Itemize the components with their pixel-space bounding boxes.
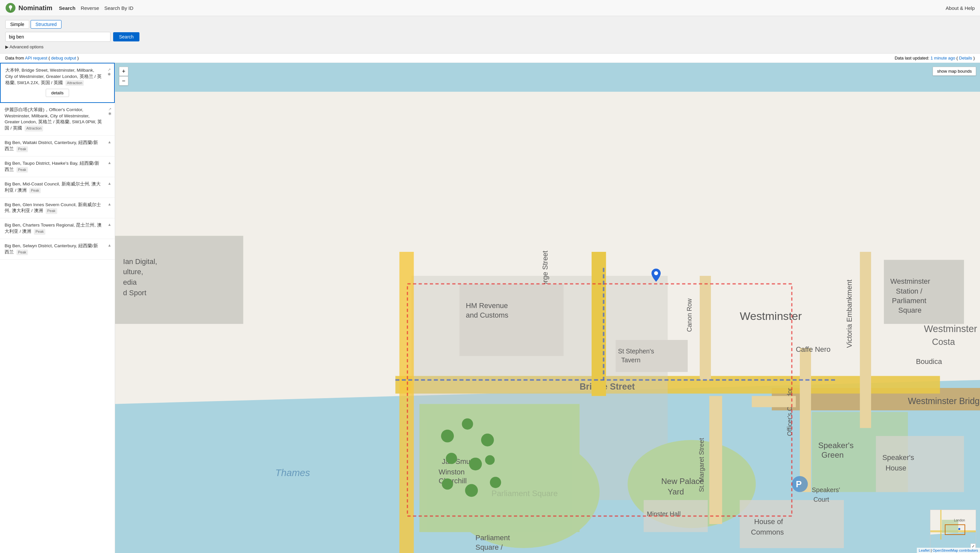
about-help-link[interactable]: About & Help xyxy=(946,5,975,11)
svg-text:St. Margaret Street: St. Margaret Street xyxy=(698,438,705,492)
svg-text:Ian Digital,: Ian Digital, xyxy=(123,257,157,265)
svg-text:Caffe Nero: Caffe Nero xyxy=(796,345,831,353)
svg-point-75 xyxy=(481,434,494,447)
svg-text:Westminster: Westminster xyxy=(890,277,930,285)
map-controls: + − xyxy=(119,67,128,86)
result-badge-6: Peak xyxy=(46,208,57,214)
page-wrapper: Nominatim Search Reverse Search By ID Ab… xyxy=(0,0,980,553)
svg-text:Westminster: Westminster xyxy=(924,324,977,334)
info-bar-details-paren-open: ( xyxy=(956,56,958,60)
svg-rect-44 xyxy=(460,284,564,356)
map-container[interactable]: Westminster Bridge Bridge Street xyxy=(115,63,980,553)
search-button[interactable]: Search xyxy=(113,32,140,41)
location-pin-icon xyxy=(651,269,661,282)
svg-point-93 xyxy=(958,528,960,530)
result-icon-7: ▲ xyxy=(108,222,111,227)
content-main: ↗✱ 大本钟, Bridge Street, Westminster, Mill… xyxy=(0,63,980,553)
result-badge-4: Peak xyxy=(16,167,28,173)
svg-point-76 xyxy=(446,453,457,464)
result-icon-4: ▲ xyxy=(108,160,111,165)
show-map-bounds-button[interactable]: show map bounds xyxy=(933,67,976,76)
api-request-link[interactable]: API request xyxy=(25,56,47,60)
result-badge-2: Attraction xyxy=(25,126,43,131)
svg-text:and Customs: and Customs xyxy=(466,311,508,319)
result-text-7: Big Ben, Charters Towers Regional, 昆士兰州,… xyxy=(5,222,110,235)
svg-point-74 xyxy=(462,418,473,430)
svg-text:Parliament: Parliament xyxy=(476,534,510,542)
mini-map[interactable]: London ⤢ xyxy=(930,510,976,549)
svg-text:Costa: Costa xyxy=(932,337,955,347)
tab-simple[interactable]: Simple xyxy=(5,20,29,29)
osm-link[interactable]: OpenStreetMap contributors xyxy=(933,548,978,552)
details-button-1[interactable]: details xyxy=(46,89,69,97)
svg-rect-27 xyxy=(399,252,414,553)
svg-point-77 xyxy=(469,458,482,470)
nav-reverse[interactable]: Reverse xyxy=(81,5,99,11)
zoom-in-button[interactable]: + xyxy=(119,67,128,76)
svg-point-85 xyxy=(654,271,658,275)
result-item[interactable]: ▲ Big Ben, Waitaki District, Canterbury,… xyxy=(0,136,115,156)
svg-text:ulture,: ulture, xyxy=(123,268,143,276)
svg-point-81 xyxy=(485,455,495,465)
header: Nominatim Search Reverse Search By ID Ab… xyxy=(0,0,980,16)
result-badge-3: Peak xyxy=(16,146,28,152)
result-badge-5: Peak xyxy=(29,188,41,193)
result-item[interactable]: ▲ Big Ben, Selwyn District, Canterbury, … xyxy=(0,239,115,260)
last-updated-time[interactable]: 1 minute ago xyxy=(931,56,955,60)
svg-point-78 xyxy=(442,478,453,489)
map-marker xyxy=(651,269,661,283)
data-from-prefix: Data from xyxy=(5,56,25,60)
tab-structured[interactable]: Structured xyxy=(30,20,62,29)
svg-text:Commons: Commons xyxy=(751,528,784,536)
svg-point-79 xyxy=(465,484,478,497)
svg-rect-88 xyxy=(940,510,942,540)
result-text-3: Big Ben, Waitaki District, Canterbury, 紐… xyxy=(5,140,110,152)
svg-text:Square /: Square / xyxy=(476,543,503,551)
result-text-1: 大本钟, Bridge Street, Westminster, Millban… xyxy=(5,67,110,86)
mini-map-svg: London xyxy=(930,510,976,549)
last-updated-prefix: Data last updated: xyxy=(894,56,930,60)
svg-text:Boudica: Boudica xyxy=(916,358,942,365)
result-item[interactable]: ↗✱ 大本钟, Bridge Street, Westminster, Mill… xyxy=(0,63,115,103)
result-icon-8: ▲ xyxy=(108,243,111,248)
details-link[interactable]: Details xyxy=(959,56,972,60)
svg-text:Court: Court xyxy=(813,496,829,503)
result-item[interactable]: ↗✱ 伊麗莎白塔(大笨鐘)，Officer's Corridor, Westmi… xyxy=(0,103,115,136)
map-svg: Westminster Bridge Bridge Street xyxy=(115,63,980,553)
svg-text:Thames: Thames xyxy=(275,467,310,478)
result-item[interactable]: ▲ Big Ben, Taupo District, Hawke's Bay, … xyxy=(0,156,115,177)
info-bar: Data from API request ( debug output ) D… xyxy=(0,54,980,63)
tabs-container: Simple Structured xyxy=(5,20,975,29)
map-attribution: Leaflet | OpenStreetMap contributors xyxy=(917,548,980,553)
nav-links: Search Reverse Search By ID xyxy=(59,5,945,11)
result-badge-1: Attraction xyxy=(65,80,84,86)
svg-text:Westminster: Westminster xyxy=(740,310,802,322)
map-area[interactable]: Westminster Bridge Bridge Street xyxy=(115,63,980,553)
svg-text:Minster Hall: Minster Hall xyxy=(647,510,681,518)
result-item[interactable]: ▲ Big Ben, Glen Innes Severn Council, 新南… xyxy=(0,198,115,219)
search-input[interactable] xyxy=(5,32,110,42)
svg-text:House: House xyxy=(886,464,906,472)
svg-text:Green: Green xyxy=(821,450,844,459)
debug-output-link[interactable]: debug output xyxy=(51,56,76,60)
result-icon-6: ▲ xyxy=(108,202,111,207)
search-panel: Simple Structured Search ▶ Advanced opti… xyxy=(0,16,980,54)
info-bar-details-paren-close: ) xyxy=(974,56,975,60)
leaflet-link[interactable]: Leaflet xyxy=(919,548,930,552)
svg-text:P: P xyxy=(796,479,802,489)
info-bar-left: Data from API request ( debug output ) xyxy=(5,56,79,60)
result-item[interactable]: ▲ Big Ben, Mid-Coast Council, 新南威尔士州, 澳大… xyxy=(0,177,115,198)
zoom-out-button[interactable]: − xyxy=(119,76,128,86)
advanced-options-toggle[interactable]: ▶ Advanced options xyxy=(5,44,975,49)
svg-text:Parliament: Parliament xyxy=(892,297,926,305)
nav-search-by-id[interactable]: Search By ID xyxy=(104,5,133,11)
result-item[interactable]: ▲ Big Ben, Charters Towers Regional, 昆士兰… xyxy=(0,218,115,239)
app-title: Nominatim xyxy=(18,4,52,12)
svg-text:edia: edia xyxy=(123,278,137,286)
nav-search[interactable]: Search xyxy=(59,5,75,11)
result-text-8: Big Ben, Selwyn District, Canterbury, 紐西… xyxy=(5,243,110,256)
svg-point-73 xyxy=(441,430,454,443)
results-list: ↗✱ 大本钟, Bridge Street, Westminster, Mill… xyxy=(0,63,115,553)
result-badge-7: Peak xyxy=(34,229,45,234)
result-icon-1: ↗✱ xyxy=(108,67,111,76)
